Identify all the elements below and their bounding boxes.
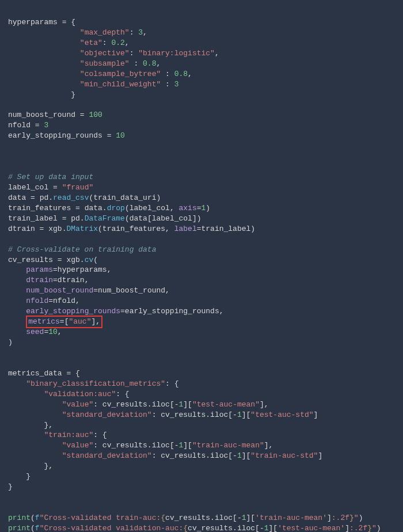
code-line: print(f"Cross-validated validation-auc:{… — [8, 524, 381, 532]
code-line: "eta": 0.2, — [8, 39, 130, 47]
code-line: "binary_classification_metrics": { — [8, 379, 178, 388]
code-line: metrics_data = { — [8, 369, 80, 378]
code-line: "validation:auc": { — [8, 390, 130, 398]
code-line: nfold = 3 — [8, 121, 48, 130]
code-line: } — [8, 482, 13, 491]
code-line: print(f"Cross-validated train-auc:{cv_re… — [8, 514, 363, 522]
code-block: hyperparams = { "max_depth": 3, "eta": 0… — [0, 0, 403, 532]
code-line: "standard_deviation": cv_results.iloc[-1… — [8, 411, 318, 419]
code-line: label_col = "fraud" — [8, 183, 93, 192]
code-line: }, — [8, 421, 53, 430]
code-line: "train:auc": { — [8, 431, 107, 439]
code-line: } — [8, 472, 31, 481]
code-line: train_features = data.drop(label_col, ax… — [8, 204, 210, 212]
code-line: seed=10, — [8, 328, 62, 336]
code-line: "max_depth": 3, — [8, 28, 147, 37]
code-line: "subsample" : 0.8, — [8, 59, 161, 68]
code-line: "value": cv_results.iloc[-1]["test-auc-m… — [8, 400, 269, 409]
code-line: metrics=["auc"], — [8, 317, 102, 326]
code-line: num_boost_round=num_boost_round, — [8, 286, 170, 295]
code-line: train_label = pd.DataFrame(data[label_co… — [8, 214, 202, 223]
code-line: nfold=nfold, — [8, 297, 80, 305]
code-line: num_boost_round = 100 — [8, 111, 102, 119]
code-line: "colsample_bytree" : 0.8, — [8, 70, 192, 78]
code-line: cv_results = xgb.cv( — [8, 256, 98, 264]
code-line: }, — [8, 462, 53, 470]
code-line: early_stopping_rounds = 10 — [8, 131, 125, 140]
code-line: dtrain=dtrain, — [8, 276, 89, 284]
code-line: ) — [8, 338, 13, 347]
code-comment: # Set up data input — [8, 173, 93, 181]
code-line: dtrain = xgb.DMatrix(train_features, lab… — [8, 225, 255, 233]
code-line: early_stopping_rounds=early_stopping_rou… — [8, 307, 224, 316]
code-line: hyperparams = { — [8, 18, 75, 26]
highlight-metrics-auc: metrics=["auc"], — [26, 316, 102, 328]
code-line: "min_child_weight" : 3 — [8, 80, 178, 89]
code-comment: # Cross-validate on training data — [8, 245, 156, 254]
code-line: } — [8, 90, 75, 99]
code-line: params=hyperparams, — [8, 265, 111, 274]
code-line: data = pd.read_csv(train_data_uri) — [8, 193, 161, 202]
code-line: "standard_deviation": cv_results.iloc[-1… — [8, 451, 322, 460]
code-line: "value": cv_results.iloc[-1]["train-auc-… — [8, 441, 273, 450]
code-line: "objective": "binary:logistic", — [8, 49, 219, 58]
